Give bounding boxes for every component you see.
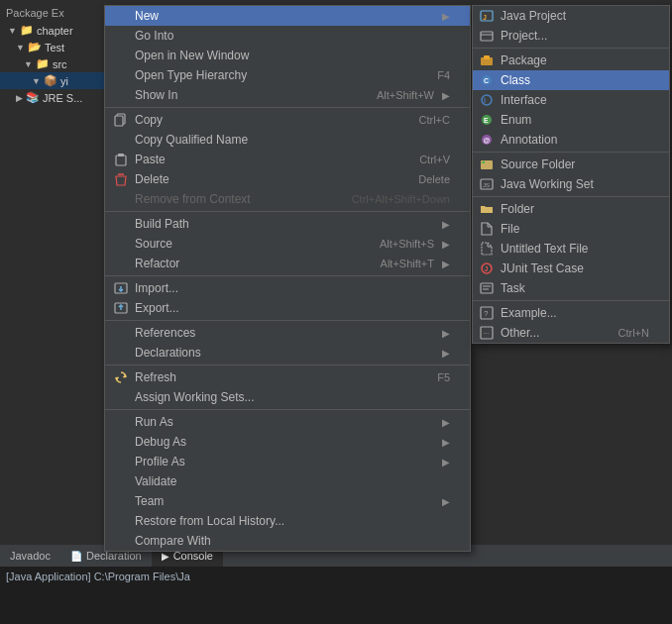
jre-chevron: ▶ bbox=[16, 93, 23, 103]
menu-item-show-in[interactable]: Show In Alt+Shift+W ▶ bbox=[105, 85, 470, 105]
svg-text:J: J bbox=[483, 14, 487, 21]
sidebar-header: Package Ex bbox=[0, 4, 104, 22]
debug-as-arrow: ▶ bbox=[442, 437, 450, 448]
console-icon: ▶ bbox=[162, 551, 169, 562]
separator-1 bbox=[105, 107, 470, 108]
submenu-item-folder[interactable]: Folder bbox=[473, 199, 669, 219]
example-icon: ? bbox=[479, 305, 495, 321]
menu-item-refresh[interactable]: Refresh F5 bbox=[105, 367, 470, 387]
submenu-item-junit-test-case[interactable]: J JUnit Test Case bbox=[473, 259, 669, 278]
project-icon bbox=[479, 28, 495, 44]
submenu-item-file[interactable]: File bbox=[473, 219, 669, 239]
folder-icon: 📁 bbox=[20, 24, 34, 37]
interface-icon: I bbox=[479, 92, 495, 108]
enum-icon: E bbox=[479, 112, 495, 128]
sidebar-item-jre[interactable]: ▶ 📚 JRE S... bbox=[0, 89, 104, 106]
jre-icon: 📚 bbox=[26, 91, 40, 104]
untitled-file-icon bbox=[479, 241, 495, 257]
sidebar-item-test[interactable]: ▼ 📂 Test bbox=[0, 39, 104, 55]
submenu-item-class[interactable]: C Class bbox=[473, 70, 669, 90]
refactor-arrow: ▶ bbox=[442, 259, 450, 269]
annotation-icon: @ bbox=[479, 132, 495, 148]
menu-item-team[interactable]: Team ▶ bbox=[105, 491, 470, 511]
folder-icon bbox=[479, 201, 495, 217]
submenu-item-java-working-set[interactable]: JS Java Working Set bbox=[473, 174, 669, 194]
team-arrow: ▶ bbox=[442, 496, 450, 507]
svg-rect-19 bbox=[481, 283, 493, 293]
menu-item-restore-local[interactable]: Restore from Local History... bbox=[105, 511, 470, 531]
svg-rect-27 bbox=[115, 116, 123, 126]
separator-2 bbox=[105, 211, 470, 212]
svg-text:···: ··· bbox=[484, 330, 490, 337]
menu-item-open-type-hierarchy[interactable]: Open Type Hierarchy F4 bbox=[105, 65, 470, 85]
svg-text:C: C bbox=[484, 77, 489, 84]
separator-3 bbox=[105, 275, 470, 276]
junit-icon: J bbox=[479, 260, 495, 276]
submenu-item-java-project[interactable]: J Java Project bbox=[473, 6, 669, 26]
submenu-item-interface[interactable]: I Interface bbox=[473, 90, 669, 110]
separator-4 bbox=[105, 320, 470, 321]
submenu-item-untitled-text-file[interactable]: Untitled Text File bbox=[473, 239, 669, 259]
svg-rect-4 bbox=[484, 55, 490, 59]
references-arrow: ▶ bbox=[442, 328, 450, 339]
console-panel: Javadoc 📄 Declaration ▶ Console [Java Ap… bbox=[0, 545, 672, 624]
submenu-item-source-folder[interactable]: Source Folder bbox=[473, 155, 669, 174]
file-icon bbox=[479, 221, 495, 237]
refresh-icon bbox=[113, 369, 129, 385]
yi-chevron: ▼ bbox=[32, 76, 41, 86]
submenu-item-package[interactable]: Package bbox=[473, 51, 669, 70]
yi-icon: 📦 bbox=[44, 74, 57, 87]
menu-item-refactor[interactable]: Refactor Alt+Shift+T ▶ bbox=[105, 254, 470, 273]
menu-item-build-path[interactable]: Build Path ▶ bbox=[105, 214, 470, 234]
menu-item-copy-qualified[interactable]: Copy Qualified Name bbox=[105, 130, 470, 150]
menu-item-run-as[interactable]: Run As ▶ bbox=[105, 412, 470, 432]
menu-item-new[interactable]: New ▶ J Java Project Project... P bbox=[105, 6, 470, 26]
menu-item-compare-with[interactable]: Compare With bbox=[105, 531, 470, 551]
submenu-item-enum[interactable]: E Enum bbox=[473, 110, 669, 130]
source-folder-icon bbox=[479, 156, 495, 172]
menu-item-remove-context: Remove from Context Ctrl+Alt+Shift+Down bbox=[105, 189, 470, 209]
submenu-item-project[interactable]: Project... bbox=[473, 26, 669, 46]
submenu-arrow: ▶ bbox=[442, 11, 450, 22]
src-icon: 📁 bbox=[36, 57, 50, 70]
menu-item-copy[interactable]: Copy Ctrl+C bbox=[105, 110, 470, 130]
sidebar-item-src[interactable]: ▼ 📁 src bbox=[0, 55, 104, 72]
package-icon bbox=[479, 52, 495, 68]
other-icon: ··· bbox=[479, 325, 495, 341]
menu-item-references[interactable]: References ▶ bbox=[105, 323, 470, 343]
separator-5 bbox=[105, 364, 470, 365]
menu-item-profile-as[interactable]: Profile As ▶ bbox=[105, 452, 470, 471]
submenu-item-annotation[interactable]: @ Annotation bbox=[473, 130, 669, 150]
submenu-item-example[interactable]: ? Example... bbox=[473, 303, 669, 323]
svg-text:@: @ bbox=[484, 137, 491, 144]
menu-item-declarations[interactable]: Declarations ▶ bbox=[105, 343, 470, 363]
tab-javadoc[interactable]: Javadoc bbox=[0, 545, 60, 567]
menu-item-validate[interactable]: Validate bbox=[105, 471, 470, 491]
svg-rect-13 bbox=[481, 160, 493, 169]
submenu-item-task[interactable]: Task bbox=[473, 278, 669, 298]
menu-item-import[interactable]: Import... bbox=[105, 278, 470, 298]
task-icon bbox=[479, 280, 495, 296]
java-project-icon: J bbox=[479, 8, 495, 24]
menu-item-open-new-window[interactable]: Open in New Window bbox=[105, 46, 470, 65]
menu-item-assign-working-sets[interactable]: Assign Working Sets... bbox=[105, 387, 470, 407]
console-output: [Java Application] C:\Program Files\Ja bbox=[0, 567, 672, 624]
menu-item-delete[interactable]: Delete Delete bbox=[105, 169, 470, 189]
menu-item-source[interactable]: Source Alt+Shift+S ▶ bbox=[105, 234, 470, 254]
package-explorer: Package Ex ▼ 📁 chapter ▼ 📂 Test ▼ 📁 src … bbox=[0, 0, 104, 624]
menu-item-debug-as[interactable]: Debug As ▶ bbox=[105, 432, 470, 452]
svg-text:J: J bbox=[485, 265, 489, 272]
submenu-item-other[interactable]: ··· Other... Ctrl+N bbox=[473, 323, 669, 343]
test-icon: ▼ bbox=[16, 43, 25, 52]
sidebar-item-chapter[interactable]: ▼ 📁 chapter bbox=[0, 22, 104, 39]
src-chevron: ▼ bbox=[24, 59, 33, 69]
sidebar-item-yi[interactable]: ▼ 📦 yi bbox=[0, 72, 104, 89]
profile-as-arrow: ▶ bbox=[442, 457, 450, 468]
svg-text:?: ? bbox=[484, 309, 489, 318]
menu-item-export[interactable]: Export... bbox=[105, 298, 470, 318]
svg-text:I: I bbox=[484, 97, 486, 104]
svg-rect-2 bbox=[481, 32, 493, 41]
submenu-new: J Java Project Project... Package C bbox=[472, 5, 670, 344]
menu-item-go-into[interactable]: Go Into bbox=[105, 26, 470, 46]
menu-item-paste[interactable]: Paste Ctrl+V bbox=[105, 150, 470, 169]
